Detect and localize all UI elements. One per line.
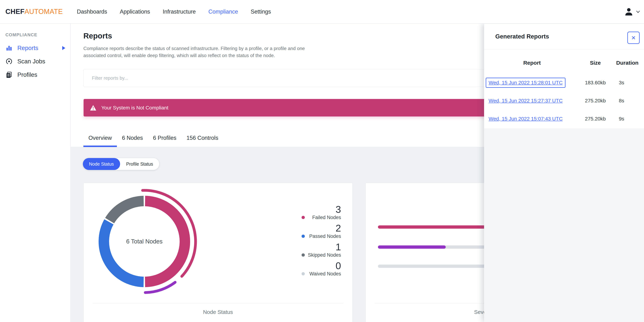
- table-row: Wed, 15 Jun 2022 15:28:01 UTC 183.60kb 3…: [484, 74, 644, 92]
- tab-profiles[interactable]: 6 Profiles: [148, 135, 182, 147]
- node-status-legend: 3 Failed Nodes 2 Passed Nodes 1 Skipped …: [302, 204, 341, 279]
- page-title: Reports: [84, 32, 112, 40]
- passed-count: 2: [302, 223, 341, 233]
- compliance-sidebar: COMPLIANCE Reports Scan Jobs: [0, 24, 70, 322]
- chevron-down-icon: [636, 9, 640, 14]
- waived-count: 0: [302, 261, 341, 271]
- donut-center-label: 6 Total Nodes: [126, 238, 162, 245]
- focused-report-link-ring: Wed, 15 Jun 2022 15:28:01 UTC: [486, 78, 566, 88]
- submenu-arrow-icon: [62, 46, 65, 50]
- alert-text: Your System is Not Compliant: [101, 105, 168, 111]
- close-icon: ✕: [631, 35, 636, 41]
- page-description: Compliance reports describe the status o…: [84, 45, 325, 59]
- report-size: 275.20kb: [580, 98, 611, 104]
- panel-divider: [484, 49, 644, 49]
- passed-dot-icon: [302, 235, 305, 238]
- skipped-label: Skipped Nodes: [308, 252, 341, 258]
- profiles-documents-icon: [6, 71, 13, 78]
- node-status-toggle[interactable]: Node Status: [83, 158, 120, 170]
- legend-item-passed: 2 Passed Nodes: [302, 223, 341, 239]
- reports-table-body: Wed, 15 Jun 2022 15:28:01 UTC 183.60kb 3…: [484, 74, 644, 128]
- skipped-count: 1: [302, 242, 341, 252]
- reports-table-header: Report Size Duration: [484, 58, 644, 68]
- report-size: 275.20kb: [580, 116, 611, 122]
- report-duration: 9s: [611, 116, 644, 122]
- report-tabs: Overview 6 Nodes 6 Profiles 156 Controls: [84, 135, 224, 147]
- tab-overview[interactable]: Overview: [84, 135, 117, 147]
- scanner-target-icon: [6, 58, 13, 65]
- sidebar-section-label: COMPLIANCE: [6, 32, 70, 37]
- logo-automate: AUTOMATE: [24, 8, 63, 15]
- column-header-size: Size: [580, 60, 611, 66]
- report-duration: 8s: [611, 98, 644, 104]
- report-link[interactable]: Wed, 15 Jun 2022 15:28:01 UTC: [488, 80, 562, 85]
- skipped-dot-icon: [302, 253, 305, 257]
- user-menu-button[interactable]: [624, 7, 640, 16]
- logo-chef: CHEF: [6, 8, 24, 15]
- report-link[interactable]: Wed, 15 Jun 2022 15:27:37 UTC: [488, 98, 562, 104]
- failed-dot-icon: [302, 216, 305, 219]
- nav-item-settings[interactable]: Settings: [251, 8, 271, 15]
- profile-status-toggle[interactable]: Profile Status: [120, 158, 159, 170]
- node-status-card: 6 Total Nodes 3 Failed Nodes 2 Passed No…: [84, 183, 352, 322]
- waived-label: Waived Nodes: [309, 271, 341, 277]
- legend-item-skipped: 1 Skipped Nodes: [302, 242, 341, 258]
- close-panel-button[interactable]: ✕: [627, 32, 640, 44]
- column-header-duration: Duration: [611, 60, 644, 66]
- warning-triangle-icon: [90, 105, 96, 111]
- node-status-card-title: Node Status: [84, 309, 352, 315]
- report-size: 183.60kb: [580, 80, 611, 86]
- nav-item-compliance[interactable]: Compliance: [208, 8, 238, 15]
- chef-automate-app: CHEFAUTOMATE Dashboards Applications Inf…: [0, 0, 644, 322]
- chef-automate-logo[interactable]: CHEFAUTOMATE: [6, 8, 63, 15]
- table-row: Wed, 15 Jun 2022 15:27:37 UTC 275.20kb 8…: [484, 92, 644, 110]
- passed-label: Passed Nodes: [309, 233, 341, 239]
- main-nav: Dashboards Applications Infrastructure C…: [77, 8, 271, 15]
- sidebar-item-label: Scan Jobs: [17, 58, 45, 65]
- nav-item-applications[interactable]: Applications: [120, 8, 150, 15]
- sidebar-item-reports[interactable]: Reports: [0, 42, 70, 54]
- bar-chart-icon: [6, 44, 13, 52]
- tab-controls[interactable]: 156 Controls: [182, 135, 224, 147]
- failed-count: 3: [302, 204, 341, 214]
- top-navigation: CHEFAUTOMATE Dashboards Applications Inf…: [0, 0, 644, 23]
- sidebar-item-scan-jobs[interactable]: Scan Jobs: [0, 55, 70, 67]
- sidebar-item-label: Profiles: [17, 71, 37, 78]
- nav-item-dashboards[interactable]: Dashboards: [77, 8, 107, 15]
- report-link[interactable]: Wed, 15 Jun 2022 15:07:43 UTC: [488, 116, 562, 122]
- failed-label: Failed Nodes: [312, 215, 341, 220]
- waived-dot-icon: [302, 272, 305, 275]
- legend-item-failed: 3 Failed Nodes: [302, 204, 341, 220]
- user-avatar-icon: [624, 7, 634, 16]
- table-row: Wed, 15 Jun 2022 15:07:43 UTC 275.20kb 9…: [484, 110, 644, 128]
- report-duration: 3s: [611, 80, 644, 86]
- column-header-report: Report: [484, 60, 580, 66]
- nav-item-infrastructure[interactable]: Infrastructure: [163, 8, 196, 15]
- status-toggle-group: Node Status Profile Status: [83, 158, 159, 170]
- severity-bar-fill: [378, 245, 446, 249]
- generated-reports-panel: Generated Reports ✕ Report Size Duration…: [484, 24, 644, 322]
- legend-item-waived: 0 Waived Nodes: [302, 261, 341, 277]
- sidebar-item-profiles[interactable]: Profiles: [0, 69, 70, 81]
- generated-reports-table-area: Generated Reports ✕ Report Size Duration…: [484, 24, 644, 129]
- tab-nodes[interactable]: 6 Nodes: [117, 135, 148, 147]
- sidebar-item-label: Reports: [17, 45, 38, 51]
- panel-title: Generated Reports: [495, 33, 549, 40]
